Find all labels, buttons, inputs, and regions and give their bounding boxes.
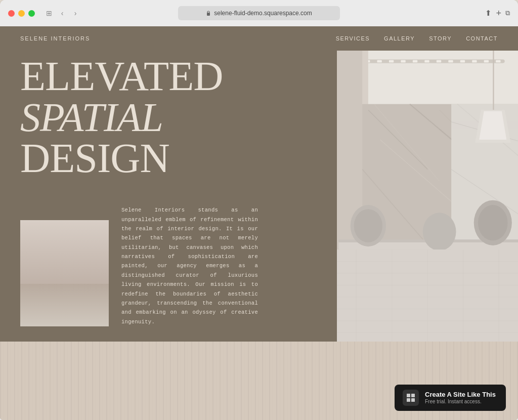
svg-rect-6 xyxy=(73,225,81,266)
svg-rect-8 xyxy=(20,261,109,299)
svg-rect-68 xyxy=(407,394,410,397)
site-logo: SELENE INTERIORS xyxy=(20,35,90,41)
browser-window: ⊞ ‹ › selene-fluid-demo.squarespace.com … xyxy=(0,0,518,420)
svg-rect-41 xyxy=(493,51,494,110)
svg-rect-2 xyxy=(20,220,109,261)
dining-svg xyxy=(337,51,518,342)
svg-rect-11 xyxy=(81,286,87,301)
tabs-button[interactable]: ⧉ xyxy=(505,9,510,17)
url-text: selene-fluid-demo.squarespace.com xyxy=(214,10,312,17)
site-nav: SELENE INTERIORS SERVICES GALLERY STORY … xyxy=(0,26,518,51)
close-button[interactable] xyxy=(8,10,15,17)
svg-point-49 xyxy=(478,205,508,240)
svg-rect-22 xyxy=(436,60,441,63)
hero-left: ELEVATED SPATIAL DESIGN xyxy=(0,51,337,342)
forward-button[interactable]: › xyxy=(70,8,80,18)
svg-rect-24 xyxy=(460,60,464,63)
svg-rect-26 xyxy=(484,60,488,63)
headline-line3: DESIGN xyxy=(20,138,317,179)
lock-icon xyxy=(206,10,211,16)
svg-rect-25 xyxy=(472,60,477,63)
hero-section: ELEVATED SPATIAL DESIGN xyxy=(0,51,518,342)
browser-controls: ⊞ ‹ › xyxy=(44,8,80,18)
website: SELENE INTERIORS SERVICES GALLERY STORY … xyxy=(0,26,518,420)
svg-rect-27 xyxy=(496,60,500,63)
browser-titlebar: ⊞ ‹ › selene-fluid-demo.squarespace.com … xyxy=(0,0,518,26)
dining-room-image xyxy=(337,51,518,342)
maximize-button[interactable] xyxy=(28,10,35,17)
svg-rect-9 xyxy=(25,293,76,304)
svg-rect-20 xyxy=(412,60,417,63)
share-button[interactable]: ⬆ xyxy=(485,9,492,18)
nav-contact[interactable]: CONTACT xyxy=(466,35,498,41)
room-svg xyxy=(20,220,109,326)
headline-line2: SPATIAL xyxy=(20,97,317,138)
cta-title: Create A Site Like This xyxy=(425,391,496,399)
cta-subtitle: Free trial. Instant access. xyxy=(425,398,496,405)
svg-rect-4 xyxy=(53,230,89,261)
traffic-lights xyxy=(8,10,35,17)
svg-marker-43 xyxy=(479,111,506,140)
bottom-section: Create A Site Like This Free trial. Inst… xyxy=(0,342,518,420)
minimize-button[interactable] xyxy=(18,10,25,17)
back-button[interactable]: ‹ xyxy=(57,8,67,18)
room-simulation xyxy=(20,220,109,326)
svg-rect-10 xyxy=(28,288,73,298)
svg-point-47 xyxy=(354,209,382,242)
svg-rect-3 xyxy=(51,228,91,263)
svg-point-50 xyxy=(422,213,456,250)
cta-text-block: Create A Site Like This Free trial. Inst… xyxy=(425,391,496,405)
svg-rect-0 xyxy=(207,13,210,16)
svg-rect-71 xyxy=(411,398,415,402)
svg-rect-21 xyxy=(424,60,429,63)
small-interior-image xyxy=(20,220,109,326)
nav-links: SERVICES GALLERY STORY CONTACT xyxy=(336,35,498,41)
sidebar-toggle[interactable]: ⊞ xyxy=(44,8,54,18)
svg-rect-7 xyxy=(20,299,109,326)
address-bar[interactable]: selene-fluid-demo.squarespace.com xyxy=(178,6,340,20)
hero-right-image xyxy=(337,51,518,342)
svg-rect-70 xyxy=(407,398,410,402)
nav-services[interactable]: SERVICES xyxy=(336,35,370,41)
squarespace-icon xyxy=(403,390,419,406)
svg-rect-5 xyxy=(48,225,56,266)
svg-rect-69 xyxy=(411,394,415,397)
nav-story[interactable]: STORY xyxy=(429,35,452,41)
nav-gallery[interactable]: GALLERY xyxy=(384,35,415,41)
svg-rect-19 xyxy=(401,60,405,63)
svg-rect-17 xyxy=(377,60,381,63)
cta-banner[interactable]: Create A Site Like This Free trial. Inst… xyxy=(395,385,506,411)
headline-line1: ELEVATED xyxy=(20,56,317,97)
browser-right-controls: ⬆ + ⧉ xyxy=(485,8,510,19)
svg-rect-1 xyxy=(20,220,109,326)
hero-description: Selene Interiors stands as an unparallel… xyxy=(121,205,258,326)
svg-rect-18 xyxy=(389,60,394,63)
browser-content: SELENE INTERIORS SERVICES GALLERY STORY … xyxy=(0,26,518,420)
svg-rect-12 xyxy=(20,299,109,300)
svg-rect-23 xyxy=(448,60,453,63)
new-tab-button[interactable]: + xyxy=(496,8,501,19)
hero-headline: ELEVATED SPATIAL DESIGN xyxy=(20,56,317,179)
squarespace-logo xyxy=(406,393,416,403)
